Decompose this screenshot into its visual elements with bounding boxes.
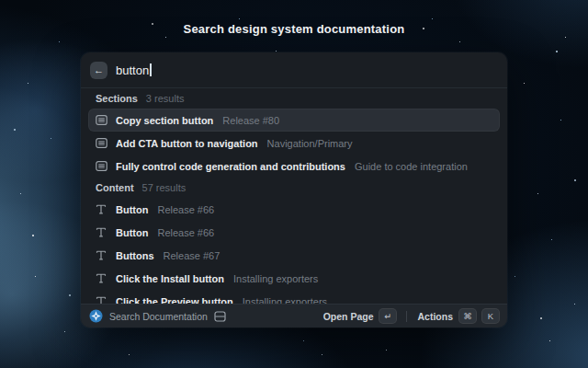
desktop-background: Search design system documentation ← but… [0, 0, 588, 368]
text-icon [95, 226, 107, 239]
result-title: Fully control code generation and contri… [116, 161, 345, 172]
result-row[interactable]: Click the Preview button Installing expo… [88, 290, 500, 305]
supernova-logo-icon [89, 309, 103, 323]
command-key-badge: ⌘ [459, 309, 476, 323]
actions-button[interactable]: Actions [417, 311, 453, 322]
group-header-sections: Sections 3 results [88, 88, 500, 109]
result-row[interactable]: Button Release #66 [88, 221, 500, 244]
k-key-badge: K [482, 309, 499, 323]
search-bar: ← button [81, 52, 507, 87]
text-icon [95, 249, 107, 262]
results-list: Sections 3 results Copy section button R… [81, 88, 507, 305]
group-count: 57 results [142, 182, 187, 193]
search-modal: ← button Sections 3 results Copy section… [81, 52, 507, 328]
text-icon [95, 272, 107, 285]
result-title: Buttons [116, 250, 154, 261]
result-title: Button [116, 227, 148, 238]
group-count: 3 results [146, 93, 185, 104]
page-title: Search design system documentation [0, 22, 588, 36]
section-icon [95, 114, 107, 127]
return-key-badge: ↵ [379, 309, 396, 323]
open-page-button[interactable]: Open Page [323, 311, 374, 322]
back-button[interactable]: ← [90, 62, 107, 79]
result-subtitle: Installing exporters [233, 273, 318, 284]
search-query-text: button [116, 63, 149, 77]
result-subtitle: Guide to code integration [355, 161, 468, 172]
section-icon [95, 160, 107, 173]
arrow-left-icon: ← [94, 62, 104, 79]
result-row[interactable]: Button Release #66 [88, 198, 500, 221]
result-title: Add CTA button to navigation [116, 138, 258, 149]
group-header-content: Content 57 results [88, 178, 500, 198]
footer-bar: Search Documentation Open Page ↵ Actions… [81, 304, 507, 328]
group-label: Sections [96, 93, 138, 104]
result-row[interactable]: Copy section button Release #80 [88, 109, 500, 132]
result-row[interactable]: Add CTA button to navigation Navigation/… [88, 132, 500, 155]
result-row[interactable]: Buttons Release #67 [88, 244, 500, 267]
result-title: Copy section button [116, 115, 213, 126]
footer-brand: Search Documentation [89, 309, 226, 323]
group-label: Content [96, 182, 134, 193]
window-panel-icon[interactable] [214, 311, 226, 322]
footer-actions: Open Page ↵ Actions ⌘ K [323, 309, 499, 323]
search-input[interactable]: button [116, 63, 152, 77]
result-subtitle: Navigation/Primary [267, 138, 353, 149]
result-row[interactable]: Click the Install button Installing expo… [88, 267, 500, 290]
footer-separator [406, 311, 407, 322]
result-subtitle: Release #67 [164, 250, 220, 261]
text-caret [150, 63, 152, 76]
result-subtitle: Release #66 [157, 204, 214, 215]
result-title: Click the Install button [116, 273, 224, 284]
result-title: Button [116, 204, 148, 215]
result-subtitle: Release #80 [222, 115, 279, 126]
starfield-bright [0, 0, 2, 2]
footer-brand-label: Search Documentation [109, 311, 208, 322]
result-subtitle: Release #66 [157, 227, 214, 238]
section-icon [95, 137, 107, 150]
text-icon [95, 203, 107, 216]
result-row[interactable]: Fully control code generation and contri… [88, 155, 500, 178]
